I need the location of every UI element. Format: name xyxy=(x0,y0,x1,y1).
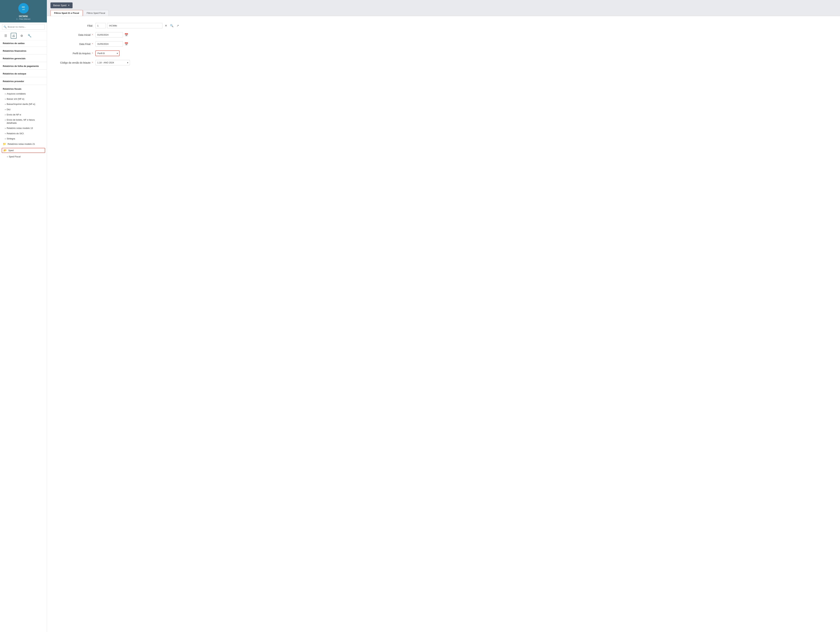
filial-name-input[interactable] xyxy=(107,23,163,28)
main-content: Baixar Sped ▼ Filtros Sped 21 e Fiscal F… xyxy=(47,0,840,632)
filial-label: Filial: xyxy=(57,24,95,27)
tabs-bar: Filtros Sped 21 e Fiscal Filtros Sped Fi… xyxy=(47,10,840,16)
sidebar-item-baixar-xml[interactable]: ● Baixar xml (NF-e) xyxy=(0,96,47,101)
data-inicial-label: Data Inicial: * xyxy=(57,33,95,36)
sidebar-item-baixar-danfe[interactable]: ● Baixar/Imprimir danfe (NF-e) xyxy=(0,101,47,107)
item-label: Envio de NF-e xyxy=(7,113,21,116)
data-inicial-input[interactable] xyxy=(95,32,123,38)
data-final-row: Data Final: * 📅 xyxy=(57,41,830,47)
perfil-row: Perfil do Arquivo: * Perfil A Perfil B P… xyxy=(57,51,830,56)
folder-icon: 📁 xyxy=(3,142,6,145)
item-label: Envio de boleto, NF e fatura detalhada xyxy=(7,118,44,125)
sidebar-item-arquivos-contabeis[interactable]: ● Arquivos contábeis xyxy=(0,91,47,96)
search-input[interactable] xyxy=(2,24,45,30)
required-star: * xyxy=(92,33,93,36)
item-label: Dici xyxy=(7,108,11,111)
bullet-icon: ● xyxy=(5,93,6,95)
required-star: * xyxy=(92,52,93,55)
section-folha: Relatórios de folha de pagamento xyxy=(0,63,47,68)
tab-label: Filtros Sped 21 e Fiscal xyxy=(54,12,79,14)
sped-label: Sped xyxy=(8,149,13,152)
versao-label: Código da versão do leiaute: * xyxy=(57,61,95,64)
tab-filtros-sped-fiscal[interactable]: Filtros Sped Fiscal xyxy=(83,10,109,16)
item-label: Relatório do SICI xyxy=(7,132,24,135)
data-inicial-row: Data Inicial: * 📅 xyxy=(57,32,830,38)
required-star: * xyxy=(92,61,93,64)
bullet-icon: ● xyxy=(7,156,8,158)
sidebar-header: IXCsoft IXCWiki 1 - Filial (Alterar) xyxy=(0,0,47,22)
form-area: Filial: ✕ 🔍 ↗ Data Inicial: * 📅 Data Fin… xyxy=(47,16,840,632)
dropdown-arrow-icon: ▼ xyxy=(68,4,70,6)
sidebar-toolbar: ☰ 🖨 ⚙ 🔧 xyxy=(0,32,47,40)
sidebar-item-notas-modelo13[interactable]: ● Relatório notas modelo 13 xyxy=(0,126,47,131)
item-label: Baixar/Imprimir danfe (NF-e) xyxy=(7,103,35,106)
filial-clear-button[interactable]: ✕ xyxy=(163,23,168,28)
folder-label: Relatórios notas modelo 21 xyxy=(8,143,35,145)
versao-select-wrapper: 1.18 - ANO 2024 1.17 - ANO 2023 ▾ xyxy=(95,60,130,65)
item-label: Sintegra xyxy=(7,137,15,140)
main-toolbar: Baixar Sped ▼ xyxy=(47,0,840,10)
baixar-sped-label: Baixar Sped xyxy=(53,4,66,7)
sidebar-company-name: IXCWiki xyxy=(19,15,28,17)
print-icon[interactable]: 🖨 xyxy=(11,33,17,39)
bullet-icon: ● xyxy=(5,103,6,105)
data-final-input[interactable] xyxy=(95,41,123,47)
perfil-select-wrapper: Perfil A Perfil B Perfil C ▾ xyxy=(95,51,120,56)
list-icon[interactable]: ☰ xyxy=(3,33,9,39)
bullet-icon: ● xyxy=(5,127,6,129)
tab-label: Filtros Sped Fiscal xyxy=(87,12,105,14)
sidebar: IXCsoft IXCWiki 1 - Filial (Alterar) 🔍 ☰… xyxy=(0,0,47,632)
sidebar-folder-sped[interactable]: 📂 Sped xyxy=(2,148,45,153)
bullet-icon: ● xyxy=(5,109,6,111)
sidebar-item-sici[interactable]: ● Relatório do SICI xyxy=(0,131,47,136)
tab-filtros-sped21[interactable]: Filtros Sped 21 e Fiscal xyxy=(51,10,83,16)
item-label: Relatório notas modelo 13 xyxy=(7,126,33,130)
filial-search-button[interactable]: 🔍 xyxy=(169,23,174,28)
calendar-icon-inicial[interactable]: 📅 xyxy=(125,33,128,37)
sidebar-item-dici[interactable]: ● Dici xyxy=(0,107,47,112)
item-label: Sped Fiscal xyxy=(9,155,21,158)
required-star: * xyxy=(92,43,93,46)
filial-id-input[interactable] xyxy=(95,23,106,28)
gear-icon[interactable]: ⚙ xyxy=(19,33,25,39)
section-financeiros: Relatórios financeiros xyxy=(0,48,47,53)
sidebar-folder-notas-modelo21[interactable]: 📁 Relatórios notas modelo 21 xyxy=(0,141,47,147)
versao-row: Código da versão do leiaute: * 1.18 - AN… xyxy=(57,60,830,65)
sidebar-item-envio-nfe[interactable]: ● Envio de NF-e xyxy=(0,112,47,117)
data-final-label: Data Final: * xyxy=(57,43,95,46)
logo-text: IXCsoft xyxy=(22,6,25,11)
section-fiscais: Relatórios fiscais xyxy=(0,86,47,91)
item-label: Baixar xml (NF-e) xyxy=(7,98,24,101)
perfil-label: Perfil do Arquivo: * xyxy=(57,52,95,55)
folder-open-icon: 📂 xyxy=(3,149,7,152)
versao-select[interactable]: 1.18 - ANO 2024 1.17 - ANO 2023 xyxy=(95,60,130,65)
filial-row: Filial: ✕ 🔍 ↗ xyxy=(57,23,830,28)
section-estoque: Relatórios de estoque xyxy=(0,71,47,76)
bullet-icon: ● xyxy=(5,138,6,140)
logo-circle: IXCsoft xyxy=(18,3,29,13)
section-provedor: Relatórios provedor xyxy=(0,78,47,84)
item-label: Arquivos contábeis xyxy=(7,92,26,95)
section-saidas: Relatórios de saídas xyxy=(0,40,47,46)
bullet-icon: ● xyxy=(5,119,6,121)
search-icon: 🔍 xyxy=(4,25,6,28)
filial-actions: ✕ 🔍 ↗ xyxy=(163,23,180,28)
sidebar-item-sintegra[interactable]: ● Sintegra xyxy=(0,136,47,141)
bullet-icon: ● xyxy=(5,98,6,100)
section-gerenciais: Relatórios gerenciais xyxy=(0,55,47,61)
wrench-icon[interactable]: 🔧 xyxy=(27,33,33,39)
bullet-icon: ● xyxy=(5,114,6,116)
search-bar[interactable]: 🔍 xyxy=(0,22,47,32)
calendar-icon-final[interactable]: 📅 xyxy=(125,42,128,46)
perfil-select[interactable]: Perfil A Perfil B Perfil C xyxy=(95,51,120,56)
sidebar-item-envio-boleto[interactable]: ● Envio de boleto, NF e fatura detalhada xyxy=(0,117,47,126)
filial-open-button[interactable]: ↗ xyxy=(175,23,180,28)
baixar-sped-button[interactable]: Baixar Sped ▼ xyxy=(51,2,73,8)
bullet-icon: ● xyxy=(5,133,6,134)
sidebar-branch: 1 - Filial (Alterar) xyxy=(16,18,30,20)
sidebar-item-sped-fiscal[interactable]: ● Sped Fiscal xyxy=(0,154,47,159)
